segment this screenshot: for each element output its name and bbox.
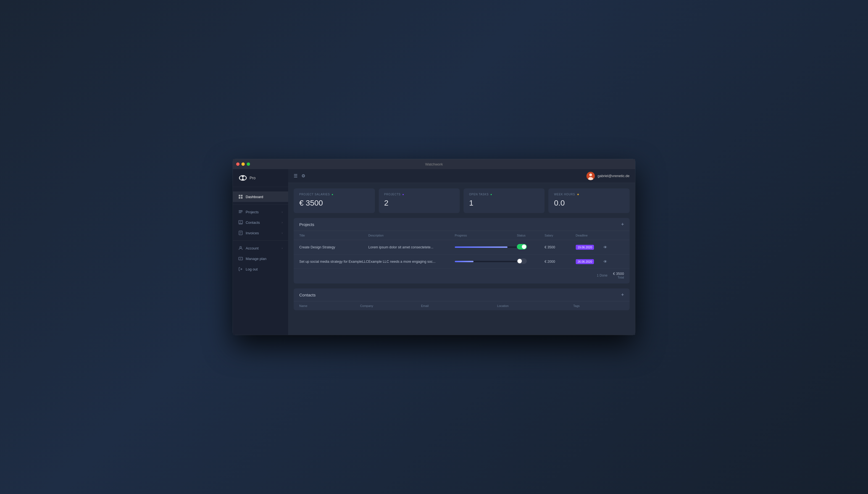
col-status: Status	[517, 234, 544, 237]
project-status-1[interactable]	[517, 244, 544, 250]
sidebar-item-dashboard[interactable]: Dashboard	[233, 191, 288, 202]
sidebar-item-label: Contacts	[246, 221, 260, 225]
table-row: Create Design Strategy Lorem ipsum dolor…	[294, 240, 630, 254]
svg-point-24	[589, 173, 592, 176]
sidebar-item-account[interactable]: Account ›	[233, 243, 288, 253]
nav-divider-2	[233, 240, 288, 241]
col-tags: Tags	[573, 304, 624, 307]
user-profile[interactable]: gabriel@vrenetic.de	[586, 172, 630, 180]
projects-done-count: 1 Done	[597, 273, 607, 278]
svg-rect-7	[239, 210, 243, 211]
col-description: Description	[368, 234, 455, 237]
sidebar-item-contacts[interactable]: Contacts ›	[233, 217, 288, 228]
project-progress-2	[455, 261, 517, 262]
account-icon	[238, 246, 243, 250]
user-email: gabriel@vrenetic.de	[598, 174, 630, 178]
project-deadline-1: 19.06.2020	[576, 245, 603, 250]
contacts-add-button[interactable]: +	[621, 292, 624, 297]
col-title: Title	[299, 234, 368, 237]
projects-table: Title Description Progress Status Salary…	[294, 231, 630, 283]
sidebar-item-label: Log out	[246, 267, 257, 271]
status-toggle-2[interactable]	[517, 258, 527, 264]
projects-total: € 3500 Total	[613, 271, 624, 279]
projects-add-button[interactable]: +	[621, 222, 624, 227]
svg-rect-4	[241, 195, 243, 196]
projects-icon	[238, 210, 243, 214]
toggle-knob-1	[522, 245, 526, 249]
settings-icon[interactable]: ⚙	[302, 173, 305, 178]
projects-label: PROJECTS	[384, 193, 401, 196]
logo-text: Pro	[249, 176, 255, 180]
svg-rect-6	[241, 197, 243, 198]
stat-card-week-hours: WEEK HOURS ★ 0.0	[548, 188, 629, 213]
project-actions-2: 👁	[603, 260, 624, 264]
contacts-section: Contacts + Name Company Email Location T…	[294, 288, 630, 310]
svg-rect-10	[239, 221, 243, 224]
star-icon: ★	[577, 193, 580, 196]
manage-plan-icon	[238, 256, 243, 261]
col-progress: Progress	[455, 234, 517, 237]
contacts-table-header: Name Company Email Location Tags	[294, 301, 630, 310]
project-deadline-2: 26.06.2020	[576, 259, 603, 264]
sidebar-item-label: Account	[246, 246, 258, 250]
col-salary: Salary	[544, 234, 576, 237]
svg-rect-5	[239, 197, 240, 198]
sidebar-item-invoices[interactable]: Invoices ›	[233, 228, 288, 238]
close-button[interactable]	[236, 163, 239, 166]
svg-rect-3	[239, 195, 240, 196]
main-header: ☰ ⚙ gabriel@vrenetic.de	[288, 169, 635, 183]
project-salary-2: € 2000	[544, 260, 576, 264]
content-area: PROJECT SALARIES ● € 3500 PROJECTS ● 2	[288, 183, 635, 335]
logo-icon	[238, 173, 247, 182]
svg-point-2	[243, 176, 246, 179]
col-email: Email	[421, 304, 497, 307]
projects-section-title: Projects	[299, 222, 314, 227]
invoices-icon	[238, 231, 243, 235]
chevron-right-icon: ›	[282, 246, 283, 250]
project-actions-1: 👁	[603, 245, 624, 249]
contacts-section-header: Contacts +	[294, 288, 630, 301]
deadline-badge-2: 26.06.2020	[576, 259, 594, 264]
svg-rect-9	[239, 212, 242, 213]
sidebar-item-manage-plan[interactable]: Manage plan	[233, 253, 288, 264]
project-salaries-label: PROJECT SALARIES	[299, 193, 330, 196]
maximize-button[interactable]	[247, 163, 250, 166]
project-title-1: Create Design Strategy	[299, 245, 368, 249]
view-project-button-1[interactable]: 👁	[603, 245, 607, 249]
contacts-icon	[238, 220, 243, 225]
total-amount: € 3500	[613, 271, 624, 276]
week-hours-label: WEEK HOURS	[554, 193, 575, 196]
table-row: Set up social media strategy for Example…	[294, 254, 630, 269]
titlebar: Watchwork	[233, 159, 635, 169]
sidebar-logo: Pro	[233, 169, 288, 187]
dashboard-icon	[238, 194, 243, 199]
projects-section-header: Projects +	[294, 218, 630, 231]
toggle-knob-2	[517, 259, 522, 263]
col-deadline: Deadline	[576, 234, 603, 237]
purple-indicator-icon: ●	[402, 193, 404, 196]
sidebar-item-label: Dashboard	[246, 195, 263, 199]
status-toggle-1[interactable]	[517, 244, 527, 249]
project-salary-1: € 3500	[544, 245, 576, 249]
window-controls[interactable]	[236, 163, 250, 166]
svg-rect-19	[239, 257, 243, 260]
header-icons: ☰ ⚙	[294, 173, 305, 178]
hamburger-icon[interactable]: ☰	[294, 173, 297, 178]
chevron-right-icon: ›	[282, 221, 283, 224]
project-progress-1	[455, 246, 517, 248]
chevron-right-icon: ›	[282, 231, 283, 234]
project-description-2: Example LLC needs a more engaging soc...	[368, 260, 455, 264]
green-indicator-icon: ●	[331, 193, 333, 196]
sidebar-item-logout[interactable]: Log out	[233, 264, 288, 274]
projects-table-header: Title Description Progress Status Salary…	[294, 231, 630, 240]
project-status-2[interactable]	[517, 258, 544, 265]
sidebar-item-projects[interactable]: Projects ›	[233, 207, 288, 217]
project-salaries-value: € 3500	[299, 198, 369, 208]
col-company: Company	[360, 304, 421, 307]
minimize-button[interactable]	[242, 163, 245, 166]
svg-rect-8	[239, 211, 243, 212]
sidebar: Pro Dashboard	[233, 169, 288, 335]
view-project-button-2[interactable]: 👁	[603, 260, 607, 264]
projects-table-footer: 1 Done € 3500 Total	[294, 269, 630, 283]
projects-section: Projects + Title Description Progress St…	[294, 218, 630, 283]
